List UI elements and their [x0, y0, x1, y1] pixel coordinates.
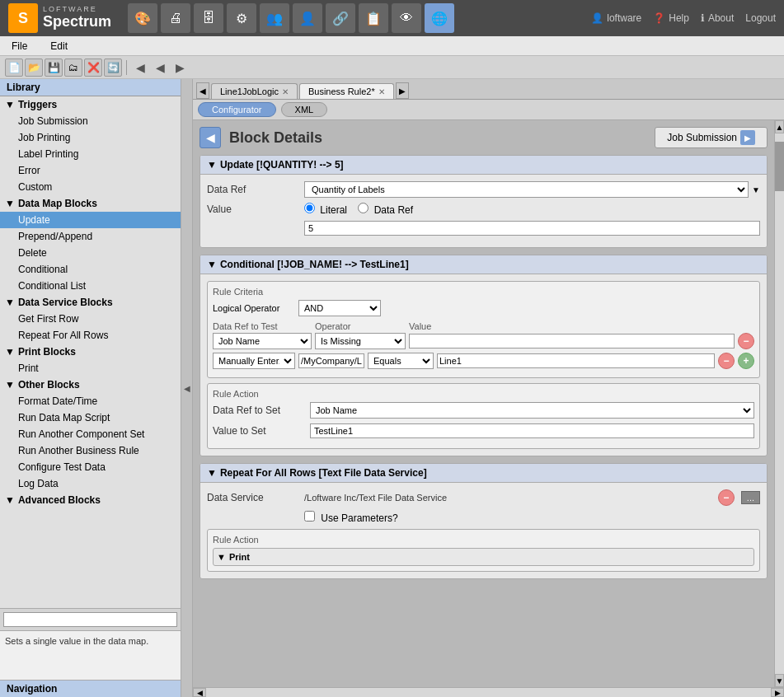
print-blocks-header[interactable]: ▼ Print Blocks	[0, 344, 181, 360]
nav-database-icon[interactable]: 🗄	[194, 3, 223, 33]
criteria-row1-value[interactable]	[409, 334, 735, 348]
nav-network-icon[interactable]: 🌐	[425, 3, 454, 33]
data-ref-set-row: Data Ref to Set Job Name	[213, 402, 754, 419]
edit-menu[interactable]: Edit	[45, 39, 73, 54]
sidebar-item-update[interactable]: Update	[0, 212, 181, 228]
file-menu[interactable]: File	[7, 39, 32, 54]
criteria-row2-operator[interactable]: Equals	[368, 353, 434, 369]
back-arrow-btn[interactable]: ◀	[131, 58, 149, 77]
triggers-group: ▼ Triggers Job Submission Job Printing L…	[0, 96, 181, 195]
data-service-blocks-header[interactable]: ▼ Data Service Blocks	[0, 294, 181, 311]
sidebar-item-repeat-for-all-rows[interactable]: Repeat For All Rows	[0, 327, 181, 344]
sidebar-item-conditional[interactable]: Conditional	[0, 261, 181, 278]
criteria-row1-data-ref[interactable]: Job Name	[213, 333, 312, 349]
criteria-row2-data-ref[interactable]: Manually Enter...	[213, 353, 295, 369]
view-tab-configurator[interactable]: Configurator	[198, 102, 276, 117]
sidebar-item-error[interactable]: Error	[0, 162, 181, 179]
view-tab-xml[interactable]: XML	[281, 102, 328, 117]
scroll-down-btn[interactable]: ▼	[775, 674, 784, 687]
tab-line1joblogic[interactable]: Line1JobLogic ✕	[211, 83, 298, 99]
sidebar-item-format-datetime[interactable]: Format Date/Time	[0, 393, 181, 409]
hscroll-track[interactable]	[206, 688, 771, 697]
criteria-row2-data-ref2[interactable]	[298, 353, 364, 368]
panel-collapse-btn[interactable]: ◀	[181, 79, 193, 697]
literal-radio-label[interactable]: Literal	[304, 204, 350, 216]
criteria-row2-value[interactable]	[437, 353, 715, 368]
badge-play-btn[interactable]: ▶	[740, 130, 755, 145]
tab-business-rule2-close[interactable]: ✕	[378, 87, 385, 96]
nav-users-icon[interactable]: 👥	[260, 3, 289, 33]
data-map-blocks-header[interactable]: ▼ Data Map Blocks	[0, 195, 181, 212]
nav-settings-icon[interactable]: ⚙	[227, 3, 256, 33]
criteria-row1-operator[interactable]: Is Missing	[315, 333, 406, 349]
use-params-checkbox[interactable]	[304, 511, 315, 522]
sidebar-item-job-submission[interactable]: Job Submission	[0, 113, 181, 129]
nav-doc-icon[interactable]: 📋	[359, 3, 388, 33]
refresh-btn[interactable]: 🔄	[104, 58, 122, 77]
data-ref-select[interactable]: Quantity of Labels	[304, 181, 749, 198]
nav-view-icon[interactable]: 👁	[392, 3, 421, 33]
criteria-row1-remove-btn[interactable]: −	[738, 333, 754, 349]
other-blocks-header[interactable]: ▼ Other Blocks	[0, 377, 181, 393]
scroll-up-btn[interactable]: ▲	[775, 120, 784, 133]
tab-business-rule2[interactable]: Business Rule2* ✕	[299, 83, 394, 99]
sidebar-item-label-printing[interactable]: Label Printing	[0, 146, 181, 162]
value-to-set-input[interactable]	[310, 423, 754, 438]
logical-op-select[interactable]: AND OR	[298, 300, 381, 316]
nav-palette-icon[interactable]: 🎨	[128, 3, 157, 33]
scroll-track[interactable]	[775, 133, 784, 674]
data-ref-set-select[interactable]: Job Name	[310, 402, 754, 419]
advanced-blocks-header[interactable]: ▼ Advanced Blocks	[0, 492, 181, 508]
logout-btn[interactable]: Logout	[745, 12, 776, 24]
nav-printer-icon[interactable]: 🖨	[161, 3, 190, 33]
sidebar-item-delete[interactable]: Delete	[0, 245, 181, 261]
sidebar-item-get-first-row[interactable]: Get First Row	[0, 311, 181, 327]
sidebar-item-run-data-map-script[interactable]: Run Data Map Script	[0, 409, 181, 426]
sidebar-item-conditional-list[interactable]: Conditional List	[0, 278, 181, 294]
scroll-thumb[interactable]	[775, 142, 784, 191]
save-as-btn[interactable]: 🗂	[64, 58, 82, 77]
criteria-row2-remove-btn[interactable]: −	[718, 353, 735, 369]
sidebar-item-job-printing[interactable]: Job Printing	[0, 129, 181, 146]
data-service-browse-btn[interactable]: ...	[741, 491, 760, 504]
hscroll-left-btn[interactable]: ◀	[193, 688, 206, 697]
sidebar-item-print[interactable]: Print	[0, 360, 181, 377]
sidebar-item-run-another-business-rule[interactable]: Run Another Business Rule	[0, 442, 181, 459]
user-menu[interactable]: 👤 loftware	[591, 12, 641, 24]
sidebar-item-run-another-component-set[interactable]: Run Another Component Set	[0, 426, 181, 442]
nav-link-icon[interactable]: 🔗	[326, 3, 355, 33]
sidebar-item-log-data[interactable]: Log Data	[0, 475, 181, 492]
new-btn[interactable]: 📄	[5, 58, 23, 77]
sidebar-item-prepend-append[interactable]: Prepend/Append	[0, 228, 181, 245]
help-btn[interactable]: ❓ Help	[653, 12, 689, 24]
dataref-radio-label[interactable]: Data Ref	[358, 204, 413, 216]
nav-user-icon[interactable]: 👤	[293, 3, 322, 33]
rule-criteria-box: Rule Criteria Logical Operator AND OR	[207, 281, 760, 378]
close-btn[interactable]: ❌	[84, 58, 102, 77]
criteria-row2-add-btn[interactable]: +	[738, 353, 754, 369]
tab-scroll-right[interactable]: ▶	[396, 82, 409, 99]
triggers-header[interactable]: ▼ Triggers	[0, 96, 181, 113]
open-btn[interactable]: 📂	[25, 58, 43, 77]
value-type-label: Value	[207, 203, 298, 215]
tab-scroll-left[interactable]: ◀	[196, 82, 209, 99]
about-btn[interactable]: ℹ About	[701, 12, 734, 24]
down-arrow-btn[interactable]: ▶	[171, 58, 189, 77]
literal-radio[interactable]	[304, 203, 315, 213]
search-input[interactable]	[3, 612, 177, 627]
sidebar-item-custom[interactable]: Custom	[0, 179, 181, 195]
bottom-scrollbar[interactable]: ◀ ▶	[193, 687, 784, 697]
rule-criteria-header: Rule Criteria	[213, 287, 754, 297]
use-params-label[interactable]: Use Parameters?	[304, 512, 398, 524]
sidebar-item-configure-test-data[interactable]: Configure Test Data	[0, 459, 181, 475]
data-service-remove-btn[interactable]: −	[718, 489, 735, 506]
dataref-radio[interactable]	[358, 203, 369, 213]
hscroll-right-btn[interactable]: ▶	[771, 688, 784, 697]
value-text-input[interactable]	[304, 221, 760, 236]
data-ref-dropdown-icon: ▼	[752, 185, 760, 194]
save-btn[interactable]: 💾	[45, 58, 63, 77]
back-button[interactable]: ◀	[200, 127, 221, 148]
tab-line1joblogic-close[interactable]: ✕	[282, 87, 289, 96]
right-scrollbar[interactable]: ▲ ▼	[774, 120, 784, 687]
forward-arrow-btn[interactable]: ◀	[151, 58, 169, 77]
